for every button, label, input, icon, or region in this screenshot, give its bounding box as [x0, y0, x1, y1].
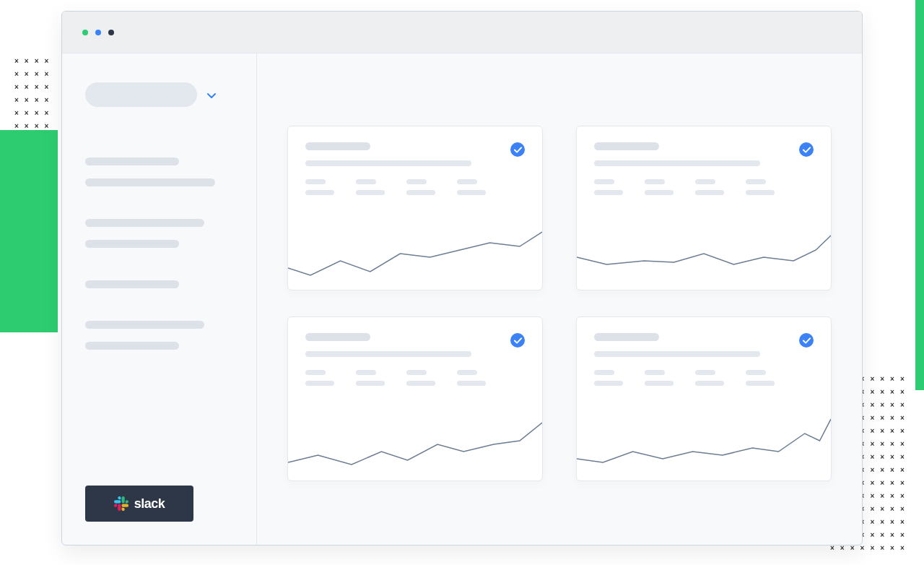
sidebar: slack	[62, 53, 257, 545]
card-stats	[594, 370, 814, 386]
metric-card[interactable]	[287, 316, 543, 481]
window-dot-blue[interactable]	[95, 30, 101, 35]
metric-card[interactable]	[576, 316, 832, 481]
nav-group-1	[85, 219, 233, 248]
card-stats	[594, 179, 814, 195]
check-badge-icon	[510, 142, 525, 157]
check-badge-icon	[799, 142, 814, 157]
nav-item[interactable]	[85, 321, 204, 329]
card-title-placeholder	[305, 142, 370, 150]
card-stats	[305, 370, 525, 386]
window-dot-green[interactable]	[82, 30, 88, 35]
nav-item[interactable]	[85, 280, 179, 288]
nav-item[interactable]	[85, 219, 204, 227]
nav-item[interactable]	[85, 158, 179, 165]
workspace-dropdown[interactable]	[85, 82, 233, 107]
bg-green-right-decoration	[915, 0, 924, 390]
card-title-placeholder	[594, 333, 659, 341]
window-dot-dark[interactable]	[108, 30, 114, 35]
card-subtitle-placeholder	[594, 351, 760, 357]
chevron-down-icon	[207, 89, 216, 100]
bg-green-decoration	[0, 130, 58, 332]
dropdown-pill	[85, 82, 197, 107]
sparkline-chart	[577, 217, 831, 290]
slack-icon	[114, 496, 128, 511]
nav-group-3	[85, 321, 233, 350]
card-stats	[305, 179, 525, 195]
browser-window: slack	[61, 11, 863, 545]
metric-card[interactable]	[287, 126, 543, 290]
check-badge-icon	[510, 333, 525, 348]
slack-label: slack	[134, 496, 165, 512]
titlebar	[62, 12, 862, 53]
metric-card[interactable]	[576, 126, 832, 290]
nav-group-0	[85, 158, 233, 186]
card-title-placeholder	[594, 142, 659, 150]
check-badge-icon	[799, 333, 814, 348]
card-subtitle-placeholder	[305, 351, 471, 357]
main-content	[257, 53, 862, 545]
card-title-placeholder	[305, 333, 370, 341]
nav-item[interactable]	[85, 342, 179, 350]
card-subtitle-placeholder	[594, 160, 760, 166]
slack-button[interactable]: slack	[85, 486, 193, 522]
sparkline-chart	[577, 408, 831, 480]
sparkline-chart	[288, 408, 542, 480]
nav-item[interactable]	[85, 240, 179, 248]
nav-item[interactable]	[85, 178, 215, 186]
nav-group-2	[85, 280, 233, 288]
sparkline-chart	[288, 217, 542, 290]
card-subtitle-placeholder	[305, 160, 471, 166]
